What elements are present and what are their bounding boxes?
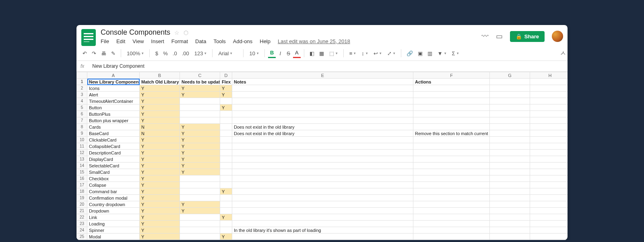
cell[interactable]: Notes (232, 79, 413, 85)
cell[interactable]: DescriptionCard (87, 150, 140, 156)
cell[interactable]: Remove this section to match current lib… (413, 130, 490, 137)
cell[interactable] (232, 92, 413, 98)
cell[interactable] (530, 182, 568, 188)
cell[interactable]: Y (220, 188, 232, 195)
cell[interactable]: Y (140, 143, 180, 150)
cell[interactable]: Y (180, 92, 220, 98)
cell[interactable] (413, 175, 490, 182)
cell[interactable] (180, 221, 220, 227)
last-edit-link[interactable]: Last edit was on June 25, 2018 (278, 38, 350, 44)
cell[interactable] (530, 130, 568, 137)
cell[interactable] (490, 221, 530, 227)
cell[interactable] (490, 195, 530, 201)
cell[interactable] (413, 150, 490, 156)
table-row[interactable]: 15 SmallCardYY (77, 169, 568, 175)
cell[interactable] (232, 85, 413, 92)
table-row[interactable]: 19Confirmation modalY (77, 195, 568, 201)
cell[interactable] (232, 195, 413, 201)
cell[interactable] (413, 124, 490, 130)
cell[interactable] (530, 85, 568, 92)
cell[interactable]: Spinner (87, 227, 140, 234)
cell[interactable] (232, 188, 413, 195)
cell[interactable] (490, 169, 530, 175)
cell[interactable] (180, 234, 220, 240)
borders-icon[interactable]: ▦ (317, 49, 326, 58)
row-header[interactable]: 24 (77, 227, 87, 234)
menu-tools[interactable]: Tools (213, 38, 225, 44)
cell[interactable]: Command bar (87, 188, 140, 195)
cell[interactable]: Y (180, 143, 220, 150)
cell[interactable]: BaseCard (87, 130, 140, 137)
cell[interactable] (220, 124, 232, 130)
cell[interactable] (232, 221, 413, 227)
cell[interactable] (413, 188, 490, 195)
cell[interactable] (413, 195, 490, 201)
spreadsheet-grid[interactable]: A B C D E F G H 1 New Library Component … (76, 72, 568, 240)
cell[interactable] (530, 111, 568, 117)
cell[interactable] (530, 124, 568, 130)
cell[interactable] (413, 156, 490, 163)
cell[interactable] (530, 104, 568, 111)
menu-edit[interactable]: Edit (116, 38, 125, 44)
cell[interactable] (220, 117, 232, 124)
more-formats[interactable]: 123 (192, 49, 209, 58)
cell[interactable]: Button plus wrapper (87, 117, 140, 124)
cell[interactable] (490, 111, 530, 117)
cell[interactable]: Checkbox (87, 175, 140, 182)
col-header[interactable]: B (140, 72, 180, 79)
cell[interactable]: SmallCard (87, 169, 140, 175)
wrap-icon[interactable]: ↩ (371, 49, 384, 58)
cell[interactable] (490, 227, 530, 234)
cell[interactable]: Y (140, 156, 180, 163)
zoom-select[interactable]: 100% (124, 49, 146, 58)
cell[interactable]: SelectableCard (87, 163, 140, 169)
cell[interactable]: Collapse (87, 182, 140, 188)
table-row[interactable]: 6 ButtonPlusY (77, 111, 568, 117)
cell[interactable]: Y (220, 85, 232, 92)
cell[interactable] (413, 201, 490, 208)
move-icon[interactable]: ⬡ (184, 29, 188, 36)
cell[interactable] (530, 208, 568, 214)
italic-button[interactable]: I (277, 49, 284, 58)
cell[interactable] (220, 111, 232, 117)
cell[interactable] (413, 85, 490, 92)
cell[interactable]: Y (180, 124, 220, 130)
cell[interactable]: In the old library it's shown as part of… (232, 227, 413, 234)
cell[interactable] (490, 124, 530, 130)
cell[interactable]: CollapsibleCard (87, 143, 140, 150)
comments-icon[interactable]: ▭ (496, 32, 503, 41)
cell[interactable] (490, 85, 530, 92)
row-header[interactable]: 19 (77, 195, 87, 201)
cell[interactable] (180, 214, 220, 221)
cell[interactable]: Modal (87, 234, 140, 240)
cell[interactable] (220, 163, 232, 169)
star-icon[interactable]: ☆ (174, 29, 180, 36)
redo-icon[interactable]: ↷ (90, 49, 98, 58)
v-align-icon[interactable]: ↕ (359, 49, 370, 58)
cell[interactable]: Icons (87, 85, 140, 92)
filter-icon[interactable]: ▼ (435, 49, 449, 58)
cell[interactable]: Y (140, 195, 180, 201)
col-header[interactable]: C (180, 72, 220, 79)
cell[interactable] (490, 163, 530, 169)
cell[interactable]: Link (87, 214, 140, 221)
cell[interactable] (232, 111, 413, 117)
cell[interactable]: Confirmation modal (87, 195, 140, 201)
row-header[interactable]: 17 (77, 182, 87, 188)
cell[interactable] (232, 104, 413, 111)
cell[interactable]: Y (140, 137, 180, 143)
cell[interactable] (220, 98, 232, 104)
cell[interactable]: Y (140, 163, 180, 169)
cell[interactable] (220, 150, 232, 156)
cell[interactable] (490, 137, 530, 143)
col-header[interactable]: E (232, 72, 413, 79)
table-row[interactable]: 7Button plus wrapperY (77, 117, 568, 124)
chart-icon[interactable]: ▥ (425, 49, 434, 58)
cell[interactable]: Y (180, 150, 220, 156)
table-row[interactable]: 2IconsYYY (77, 85, 568, 92)
cell[interactable] (490, 98, 530, 104)
cell[interactable] (413, 227, 490, 234)
menu-view[interactable]: View (132, 38, 144, 44)
row-header[interactable]: 5 (77, 104, 87, 111)
row-header[interactable]: 14 (77, 163, 87, 169)
